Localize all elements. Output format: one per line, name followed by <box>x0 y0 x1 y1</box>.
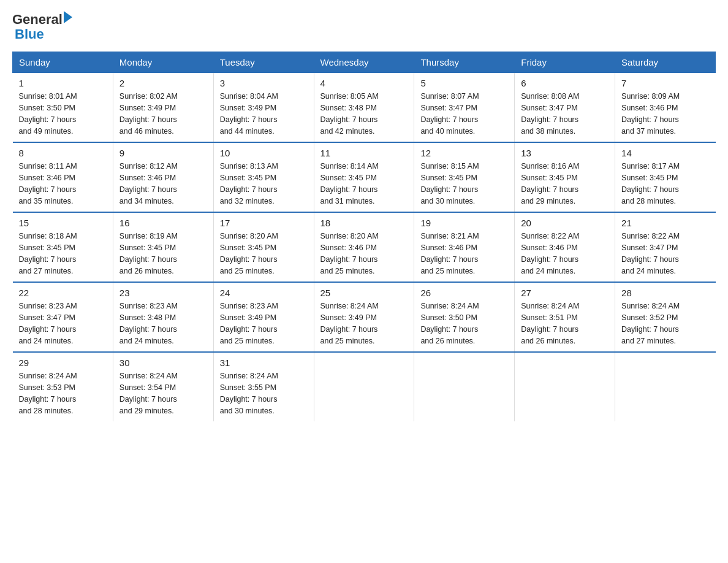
calendar-cell: 11Sunrise: 8:14 AM Sunset: 3:45 PM Dayli… <box>314 142 414 212</box>
day-number: 28 <box>621 288 709 298</box>
weekday-header-tuesday: Tuesday <box>213 52 314 73</box>
calendar-cell: 16Sunrise: 8:19 AM Sunset: 3:45 PM Dayli… <box>113 212 213 282</box>
day-number: 11 <box>320 148 408 158</box>
day-number: 13 <box>521 148 609 158</box>
day-number: 25 <box>320 288 408 298</box>
weekday-header-thursday: Thursday <box>414 52 515 73</box>
day-info: Sunrise: 8:24 AM Sunset: 3:51 PM Dayligh… <box>521 301 609 347</box>
day-number: 16 <box>119 218 207 228</box>
day-number: 21 <box>621 218 709 228</box>
calendar-cell: 30Sunrise: 8:24 AM Sunset: 3:54 PM Dayli… <box>113 352 213 421</box>
day-info: Sunrise: 8:19 AM Sunset: 3:45 PM Dayligh… <box>119 231 207 277</box>
calendar-cell <box>314 352 414 421</box>
calendar-week-row: 22Sunrise: 8:23 AM Sunset: 3:47 PM Dayli… <box>13 282 716 352</box>
calendar-cell: 6Sunrise: 8:08 AM Sunset: 3:47 PM Daylig… <box>515 73 615 143</box>
logo-arrow-icon <box>64 11 72 23</box>
day-info: Sunrise: 8:24 AM Sunset: 3:52 PM Dayligh… <box>621 301 709 347</box>
day-info: Sunrise: 8:15 AM Sunset: 3:45 PM Dayligh… <box>420 161 508 207</box>
day-info: Sunrise: 8:24 AM Sunset: 3:53 PM Dayligh… <box>19 370 107 416</box>
logo-text-general: General <box>12 12 63 27</box>
calendar-cell: 23Sunrise: 8:23 AM Sunset: 3:48 PM Dayli… <box>113 282 213 352</box>
logo-text-blue: Blue <box>15 27 44 42</box>
day-info: Sunrise: 8:22 AM Sunset: 3:46 PM Dayligh… <box>521 231 609 277</box>
day-info: Sunrise: 8:14 AM Sunset: 3:45 PM Dayligh… <box>320 161 408 207</box>
calendar-week-row: 8Sunrise: 8:11 AM Sunset: 3:46 PM Daylig… <box>13 142 716 212</box>
calendar-cell: 18Sunrise: 8:20 AM Sunset: 3:46 PM Dayli… <box>314 212 414 282</box>
day-info: Sunrise: 8:11 AM Sunset: 3:46 PM Dayligh… <box>19 161 107 207</box>
calendar-table: SundayMondayTuesdayWednesdayThursdayFrid… <box>12 52 716 421</box>
day-number: 14 <box>621 148 709 158</box>
calendar-cell: 29Sunrise: 8:24 AM Sunset: 3:53 PM Dayli… <box>13 352 113 421</box>
calendar-cell: 31Sunrise: 8:24 AM Sunset: 3:55 PM Dayli… <box>213 352 314 421</box>
weekday-header-wednesday: Wednesday <box>314 52 414 73</box>
calendar-cell: 8Sunrise: 8:11 AM Sunset: 3:46 PM Daylig… <box>13 142 113 212</box>
day-number: 10 <box>220 148 308 158</box>
calendar-cell: 25Sunrise: 8:24 AM Sunset: 3:49 PM Dayli… <box>314 282 414 352</box>
calendar-week-row: 29Sunrise: 8:24 AM Sunset: 3:53 PM Dayli… <box>13 352 716 421</box>
calendar-cell: 12Sunrise: 8:15 AM Sunset: 3:45 PM Dayli… <box>414 142 515 212</box>
day-info: Sunrise: 8:09 AM Sunset: 3:46 PM Dayligh… <box>621 91 709 137</box>
day-number: 9 <box>119 148 207 158</box>
weekday-header-monday: Monday <box>113 52 213 73</box>
day-info: Sunrise: 8:20 AM Sunset: 3:45 PM Dayligh… <box>220 231 308 277</box>
calendar-cell: 13Sunrise: 8:16 AM Sunset: 3:45 PM Dayli… <box>515 142 615 212</box>
day-number: 31 <box>220 358 308 368</box>
day-number: 18 <box>320 218 408 228</box>
day-number: 8 <box>19 148 107 158</box>
day-number: 12 <box>420 148 508 158</box>
day-number: 22 <box>19 288 107 298</box>
calendar-cell <box>414 352 515 421</box>
calendar-cell: 26Sunrise: 8:24 AM Sunset: 3:50 PM Dayli… <box>414 282 515 352</box>
day-info: Sunrise: 8:23 AM Sunset: 3:49 PM Dayligh… <box>220 301 308 347</box>
weekday-header-row: SundayMondayTuesdayWednesdayThursdayFrid… <box>13 52 716 73</box>
day-number: 5 <box>420 78 508 88</box>
day-info: Sunrise: 8:17 AM Sunset: 3:45 PM Dayligh… <box>621 161 709 207</box>
day-number: 19 <box>420 218 508 228</box>
day-info: Sunrise: 8:16 AM Sunset: 3:45 PM Dayligh… <box>521 161 609 207</box>
day-info: Sunrise: 8:07 AM Sunset: 3:47 PM Dayligh… <box>420 91 508 137</box>
calendar-cell: 15Sunrise: 8:18 AM Sunset: 3:45 PM Dayli… <box>13 212 113 282</box>
calendar-cell: 1Sunrise: 8:01 AM Sunset: 3:50 PM Daylig… <box>13 73 113 143</box>
day-number: 17 <box>220 218 308 228</box>
calendar-cell <box>615 352 716 421</box>
calendar-cell: 7Sunrise: 8:09 AM Sunset: 3:46 PM Daylig… <box>615 73 716 143</box>
calendar-cell: 5Sunrise: 8:07 AM Sunset: 3:47 PM Daylig… <box>414 73 515 143</box>
calendar-cell: 27Sunrise: 8:24 AM Sunset: 3:51 PM Dayli… <box>515 282 615 352</box>
day-info: Sunrise: 8:24 AM Sunset: 3:54 PM Dayligh… <box>119 370 207 416</box>
day-info: Sunrise: 8:21 AM Sunset: 3:46 PM Dayligh… <box>420 231 508 277</box>
calendar-cell: 10Sunrise: 8:13 AM Sunset: 3:45 PM Dayli… <box>213 142 314 212</box>
day-info: Sunrise: 8:24 AM Sunset: 3:50 PM Dayligh… <box>420 301 508 347</box>
day-number: 2 <box>119 78 207 88</box>
day-number: 3 <box>220 78 308 88</box>
calendar-cell: 9Sunrise: 8:12 AM Sunset: 3:46 PM Daylig… <box>113 142 213 212</box>
day-info: Sunrise: 8:18 AM Sunset: 3:45 PM Dayligh… <box>19 231 107 277</box>
day-number: 29 <box>19 358 107 368</box>
calendar-cell: 22Sunrise: 8:23 AM Sunset: 3:47 PM Dayli… <box>13 282 113 352</box>
day-info: Sunrise: 8:04 AM Sunset: 3:49 PM Dayligh… <box>220 91 308 137</box>
calendar-cell: 24Sunrise: 8:23 AM Sunset: 3:49 PM Dayli… <box>213 282 314 352</box>
calendar-cell: 17Sunrise: 8:20 AM Sunset: 3:45 PM Dayli… <box>213 212 314 282</box>
calendar-week-row: 1Sunrise: 8:01 AM Sunset: 3:50 PM Daylig… <box>13 73 716 143</box>
calendar-cell: 3Sunrise: 8:04 AM Sunset: 3:49 PM Daylig… <box>213 73 314 143</box>
day-number: 7 <box>621 78 709 88</box>
calendar-cell: 21Sunrise: 8:22 AM Sunset: 3:47 PM Dayli… <box>615 212 716 282</box>
calendar-cell: 4Sunrise: 8:05 AM Sunset: 3:48 PM Daylig… <box>314 73 414 143</box>
day-number: 1 <box>19 78 107 88</box>
calendar-cell: 19Sunrise: 8:21 AM Sunset: 3:46 PM Dayli… <box>414 212 515 282</box>
day-number: 27 <box>521 288 609 298</box>
weekday-header-saturday: Saturday <box>615 52 716 73</box>
day-info: Sunrise: 8:05 AM Sunset: 3:48 PM Dayligh… <box>320 91 408 137</box>
day-info: Sunrise: 8:12 AM Sunset: 3:46 PM Dayligh… <box>119 161 207 207</box>
calendar-cell: 28Sunrise: 8:24 AM Sunset: 3:52 PM Dayli… <box>615 282 716 352</box>
calendar-cell: 14Sunrise: 8:17 AM Sunset: 3:45 PM Dayli… <box>615 142 716 212</box>
day-number: 6 <box>521 78 609 88</box>
day-info: Sunrise: 8:13 AM Sunset: 3:45 PM Dayligh… <box>220 161 308 207</box>
day-number: 23 <box>119 288 207 298</box>
day-info: Sunrise: 8:24 AM Sunset: 3:55 PM Dayligh… <box>220 370 308 416</box>
day-number: 20 <box>521 218 609 228</box>
calendar-week-row: 15Sunrise: 8:18 AM Sunset: 3:45 PM Dayli… <box>13 212 716 282</box>
logo: General Blue <box>12 12 72 42</box>
day-info: Sunrise: 8:24 AM Sunset: 3:49 PM Dayligh… <box>320 301 408 347</box>
day-info: Sunrise: 8:22 AM Sunset: 3:47 PM Dayligh… <box>621 231 709 277</box>
day-number: 26 <box>420 288 508 298</box>
